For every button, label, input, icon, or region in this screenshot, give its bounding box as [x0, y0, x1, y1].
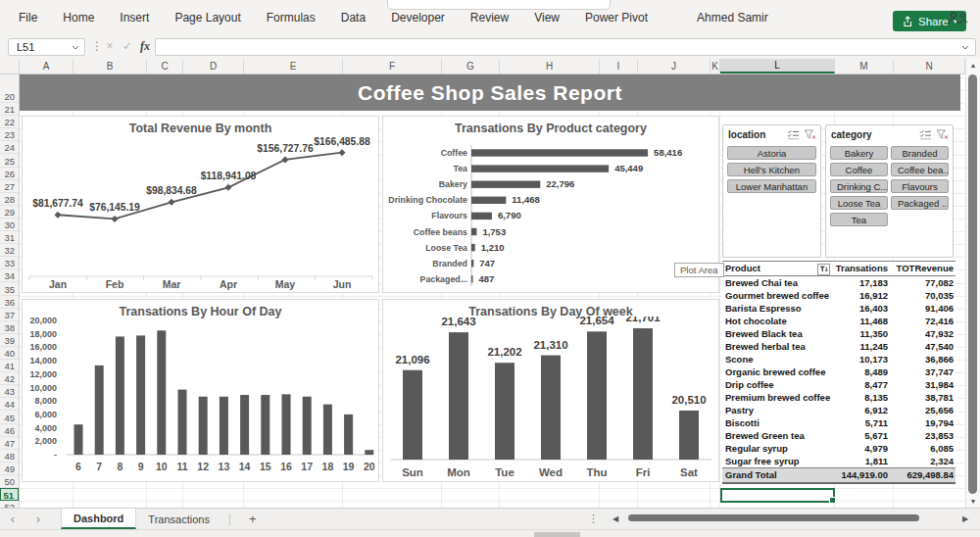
chart-total-revenue-by-month[interactable]: Total Revenue By month $81,677.74Jan$76,…: [22, 116, 379, 293]
row-header-23[interactable]: 23: [0, 128, 19, 141]
menu-page-layout[interactable]: Page Layout: [162, 11, 253, 24]
scroll-left-icon[interactable]: ◀: [607, 514, 624, 523]
slicer-item-coffee-bea[interactable]: Coffee bea...: [891, 163, 949, 176]
column-header-M[interactable]: M: [835, 59, 894, 73]
menu-insert[interactable]: Insert: [107, 11, 162, 24]
column-header-A[interactable]: A: [20, 59, 74, 73]
row-header-40[interactable]: 40: [0, 347, 19, 360]
row-header-22[interactable]: 22: [0, 116, 19, 128]
menu-file[interactable]: File: [6, 11, 50, 24]
slicer-category[interactable]: categoryBakeryBrandedCoffeeCoffee bea...…: [825, 124, 954, 258]
pivot-row[interactable]: Premium brewed coffee8,13538,781: [722, 391, 956, 404]
pivot-row[interactable]: Organic brewed coffee8,48937,747: [722, 366, 956, 378]
pivot-header-totrevenue[interactable]: TOTRevenue: [890, 262, 956, 276]
add-sheet-button[interactable]: +: [238, 509, 268, 529]
row-header-26[interactable]: 26: [0, 168, 19, 180]
multiselect-icon[interactable]: [919, 126, 932, 144]
row-header-27[interactable]: 27: [0, 180, 19, 193]
row-header-45[interactable]: 45: [0, 412, 19, 424]
row-header-35[interactable]: 35: [0, 283, 19, 296]
chart-transations-by-day-of-week[interactable]: Transations By Day Of week 21,096Sun21,6…: [382, 299, 719, 482]
scroll-right-icon[interactable]: ▶: [956, 514, 974, 523]
row-header-36[interactable]: 36: [0, 296, 19, 309]
row-header-37[interactable]: 37: [0, 309, 19, 321]
pivot-row[interactable]: Brewed Chai tea17,18377,082: [722, 276, 956, 290]
pivot-row[interactable]: Barista Espresso16,40391,406: [722, 302, 956, 315]
slicer-location[interactable]: locationAstoriaHell's KitchenLower Manha…: [722, 124, 821, 258]
worksheet-area[interactable]: 2021222324252627282930313233343536373839…: [0, 74, 965, 508]
row-header-42[interactable]: 42: [0, 372, 19, 385]
column-header-N[interactable]: N: [894, 59, 965, 73]
column-header-L[interactable]: L: [720, 59, 835, 73]
pivot-row[interactable]: Biscotti5,71119,794: [722, 416, 956, 429]
row-header-38[interactable]: 38: [0, 321, 19, 334]
row-header-39[interactable]: 39: [0, 334, 19, 347]
pivot-row[interactable]: Gourmet brewed coffee16,91270,035: [722, 289, 956, 302]
user-menu[interactable]: Ahmed Samir: [684, 11, 781, 24]
pivot-row[interactable]: Brewed Black tea11,35047,932: [722, 327, 956, 340]
column-header-C[interactable]: C: [147, 59, 183, 73]
column-header-K[interactable]: K: [710, 59, 720, 73]
horizontal-scrollbar[interactable]: ⋮ ◀ ▶: [580, 508, 980, 529]
people-icon[interactable]: [947, 11, 968, 29]
pivot-header-product[interactable]: Product: [722, 262, 832, 276]
enter-icon[interactable]: ✓: [120, 39, 135, 53]
slicer-item-hell-s-kitchen[interactable]: Hell's Kitchen: [727, 163, 816, 176]
insert-function-icon[interactable]: fx: [137, 39, 153, 54]
row-header-28[interactable]: 28: [0, 193, 19, 206]
row-header-51[interactable]: 51: [0, 488, 19, 501]
row-header-43[interactable]: 43: [0, 385, 19, 398]
row-header-30[interactable]: 30: [0, 219, 19, 231]
pivot-row[interactable]: Hot chocolate11,46872,416: [722, 315, 956, 327]
menu-home[interactable]: Home: [50, 11, 107, 24]
multiselect-icon[interactable]: [787, 126, 800, 144]
slicer-item-flavours[interactable]: Flavours: [891, 179, 949, 193]
pivot-row[interactable]: Brewed herbal tea11,24547,540: [722, 340, 956, 353]
menu-developer[interactable]: Developer: [378, 11, 458, 24]
column-header-D[interactable]: D: [183, 59, 244, 73]
cancel-icon[interactable]: ×: [102, 39, 118, 53]
slicer-item-packaged[interactable]: Packaged ...: [891, 196, 949, 210]
row-header-49[interactable]: 49: [0, 463, 19, 475]
name-box[interactable]: L51: [8, 38, 85, 56]
select-all-corner[interactable]: [0, 59, 20, 73]
row-header-31[interactable]: 31: [0, 231, 19, 244]
clear-filter-icon[interactable]: [804, 126, 816, 144]
column-header-E[interactable]: E: [244, 59, 343, 73]
formula-bar[interactable]: [155, 38, 976, 56]
slicer-item-drinking-c[interactable]: Drinking C...: [830, 179, 888, 193]
scroll-up-icon[interactable]: ▲: [966, 62, 980, 69]
menu-formulas[interactable]: Formulas: [254, 11, 328, 24]
row-header-50[interactable]: 50: [0, 475, 19, 488]
pivot-row[interactable]: Sugar free syrup1,8112,324: [722, 455, 956, 468]
horizontal-scroll-track[interactable]: [624, 514, 956, 522]
row-header-44[interactable]: 44: [0, 398, 19, 411]
row-header-46[interactable]: 46: [0, 424, 19, 437]
pivot-row[interactable]: Regular syrup4,9796,085: [722, 442, 956, 455]
row-header-20[interactable]: 20: [0, 90, 19, 103]
pivot-row[interactable]: Brewed Green tea5,67123,853: [722, 429, 956, 442]
slicer-item-bakery[interactable]: Bakery: [830, 146, 888, 160]
row-header-29[interactable]: 29: [0, 206, 19, 219]
horizontal-scroll-thumb[interactable]: [628, 514, 919, 521]
row-header-32[interactable]: 32: [0, 244, 19, 257]
row-header-41[interactable]: 41: [0, 360, 19, 372]
row-header-34[interactable]: 34: [0, 269, 19, 282]
prev-sheet-icon[interactable]: ‹: [0, 509, 25, 529]
vertical-scroll-thumb[interactable]: [968, 74, 977, 494]
row-header-33[interactable]: 33: [0, 257, 19, 269]
vertical-scrollbar[interactable]: ▲ ▼: [965, 59, 980, 508]
column-header-H[interactable]: H: [500, 59, 600, 73]
slicer-item-tea[interactable]: Tea: [830, 213, 888, 226]
slicer-item-astoria[interactable]: Astoria: [727, 146, 816, 160]
row-header-48[interactable]: 48: [0, 450, 19, 463]
scrollbar-splitter[interactable]: ⋮: [588, 513, 599, 525]
column-header-G[interactable]: G: [442, 59, 500, 73]
column-header-F[interactable]: F: [343, 59, 442, 73]
pivot-row[interactable]: Pastry6,91225,656: [722, 404, 956, 416]
column-header-I[interactable]: I: [600, 59, 638, 73]
sheet-tab-dashbord[interactable]: Dashbord: [61, 509, 136, 529]
menu-review[interactable]: Review: [458, 11, 521, 24]
slicer-item-coffee[interactable]: Coffee: [830, 163, 888, 176]
slicer-item-lower-manhattan[interactable]: Lower Manhattan: [727, 179, 816, 193]
